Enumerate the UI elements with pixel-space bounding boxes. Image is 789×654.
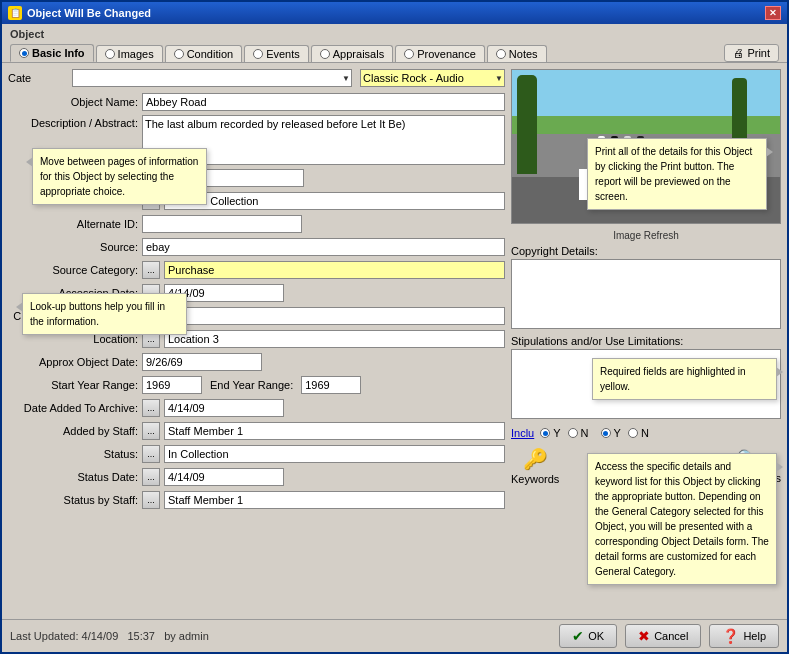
source-category-row: Source Category: ... — [8, 260, 505, 280]
ok-button[interactable]: ✔ OK — [559, 624, 617, 648]
tab-radio-notes — [496, 49, 506, 59]
key-icon: 🔑 — [523, 447, 548, 471]
status-by-input[interactable] — [164, 491, 505, 509]
tab-events[interactable]: Events — [244, 45, 309, 62]
last-updated-date: 4/14/09 — [82, 630, 119, 642]
year-range-row: Start Year Range: End Year Range: — [8, 375, 505, 395]
window-icon: 📋 — [8, 6, 22, 20]
status-date-label: Status Date: — [8, 471, 138, 483]
approx-date-label: Approx Object Date: — [8, 356, 138, 368]
date-added-label: Date Added To Archive: — [8, 402, 138, 414]
tab-appraisals[interactable]: Appraisals — [311, 45, 393, 62]
incl-link[interactable]: Inclu — [511, 427, 534, 439]
yn1-n-label: N — [581, 427, 589, 439]
cancel-label: Cancel — [654, 630, 688, 642]
tab-radio-events — [253, 49, 263, 59]
right-panel: Image Refresh Copyright Details: Stipula… — [511, 69, 781, 510]
date-added-input[interactable] — [164, 399, 284, 417]
status-by-row: Status by Staff: ... — [8, 490, 505, 510]
date-added-row: Date Added To Archive: ... — [8, 398, 505, 418]
bottom-bar: Last Updated: 4/14/09 15:37 by admin ✔ O… — [2, 619, 787, 652]
close-button[interactable]: ✕ — [765, 6, 781, 20]
category-label: Cate — [8, 72, 68, 84]
location-input[interactable] — [164, 330, 505, 348]
category-row: Cate ▼ Classic Rock - Audio ▼ — [8, 69, 505, 87]
source-category-label: Source Category: — [8, 264, 138, 276]
start-year-label: Start Year Range: — [8, 379, 138, 391]
alternate-id-label: Alternate ID: — [8, 218, 138, 230]
source-input[interactable] — [142, 238, 505, 256]
tabs-container: Basic Info Images Condition Events Appra… — [10, 44, 779, 62]
tab-bar: Object Basic Info Images Condition Event… — [2, 24, 787, 63]
object-name-row: Object Name: — [8, 92, 505, 112]
print-button[interactable]: 🖨 Print — [724, 44, 779, 62]
category-select[interactable] — [72, 69, 352, 87]
yn2-y-radio[interactable] — [601, 428, 611, 438]
alternate-id-input[interactable] — [142, 215, 302, 233]
tab-notes[interactable]: Notes — [487, 45, 547, 62]
bottom-buttons: ✔ OK ✖ Cancel ❓ Help — [559, 624, 779, 648]
source-label: Source: — [8, 241, 138, 253]
added-by-lookup-button[interactable]: ... — [142, 422, 160, 440]
status-date-row: Status Date: ... — [8, 467, 505, 487]
printer-icon: 🖨 — [733, 47, 744, 59]
status-input[interactable] — [164, 445, 505, 463]
last-updated-time: 15:37 — [127, 630, 155, 642]
status-date-input[interactable] — [164, 468, 284, 486]
approx-date-input[interactable] — [142, 353, 262, 371]
keywords-button[interactable]: 🔑 Keywords — [511, 447, 559, 485]
collection-input[interactable] — [164, 192, 505, 210]
last-updated: Last Updated: 4/14/09 15:37 by admin — [10, 630, 209, 642]
description-label: Description / Abstract: — [8, 115, 138, 129]
tab-images[interactable]: Images — [96, 45, 163, 62]
approx-date-row: Approx Object Date: — [8, 352, 505, 372]
status-by-lookup-button[interactable]: ... — [142, 491, 160, 509]
end-year-label: End Year Range: — [206, 379, 297, 391]
tooltip-lookup: Look-up buttons help you fill in the inf… — [22, 293, 187, 335]
object-section-label: Object — [10, 28, 779, 40]
status-by-label: Status by Staff: — [8, 494, 138, 506]
tooltip-print-text: Print all of the details for this Object… — [595, 146, 752, 202]
tab-basic-info[interactable]: Basic Info — [10, 44, 94, 62]
object-name-label: Object Name: — [8, 96, 138, 108]
ok-icon: ✔ — [572, 628, 584, 644]
tab-radio-images — [105, 49, 115, 59]
date-added-lookup-button[interactable]: ... — [142, 399, 160, 417]
object-name-input[interactable] — [142, 93, 505, 111]
help-icon: ❓ — [722, 628, 739, 644]
title-bar: 📋 Object Will Be Changed ✕ — [2, 2, 787, 24]
main-window: 📋 Object Will Be Changed ✕ Object Basic … — [0, 0, 789, 654]
tooltip-tabs-text: Move between pages of information for th… — [40, 156, 198, 197]
end-year-input[interactable] — [301, 376, 361, 394]
alternate-id-row: Alternate ID: — [8, 214, 505, 234]
left-panel: Cate ▼ Classic Rock - Audio ▼ — [8, 69, 505, 510]
source-category-lookup-button[interactable]: ... — [142, 261, 160, 279]
status-date-lookup-button[interactable]: ... — [142, 468, 160, 486]
yn2-n-radio[interactable] — [628, 428, 638, 438]
copyright-label: Copyright Details: — [511, 245, 781, 257]
copyright-input[interactable] — [511, 259, 781, 329]
yn2-n-label: N — [641, 427, 649, 439]
added-by-input[interactable] — [164, 422, 505, 440]
general-category-select[interactable]: Classic Rock - Audio — [360, 69, 505, 87]
status-row: Status: ... — [8, 444, 505, 464]
tab-condition[interactable]: Condition — [165, 45, 242, 62]
tab-radio-basic-info — [19, 48, 29, 58]
help-label: Help — [743, 630, 766, 642]
yn2-y-label: Y — [614, 427, 621, 439]
source-category-input[interactable] — [164, 261, 505, 279]
tooltip-lookup-text: Look-up buttons help you fill in the inf… — [30, 301, 165, 327]
added-by-row: Added by Staff: ... — [8, 421, 505, 441]
yn1-n-radio[interactable] — [568, 428, 578, 438]
help-button[interactable]: ❓ Help — [709, 624, 779, 648]
tooltip-details-text: Access the specific details and keyword … — [595, 461, 769, 577]
yn1-y-radio[interactable] — [540, 428, 550, 438]
status-lookup-button[interactable]: ... — [142, 445, 160, 463]
start-year-input[interactable] — [142, 376, 202, 394]
credit-input[interactable] — [142, 307, 505, 325]
cancel-button[interactable]: ✖ Cancel — [625, 624, 701, 648]
tab-label-notes: Notes — [509, 48, 538, 60]
tab-provenance[interactable]: Provenance — [395, 45, 485, 62]
tab-label-basic-info: Basic Info — [32, 47, 85, 59]
ok-label: OK — [588, 630, 604, 642]
